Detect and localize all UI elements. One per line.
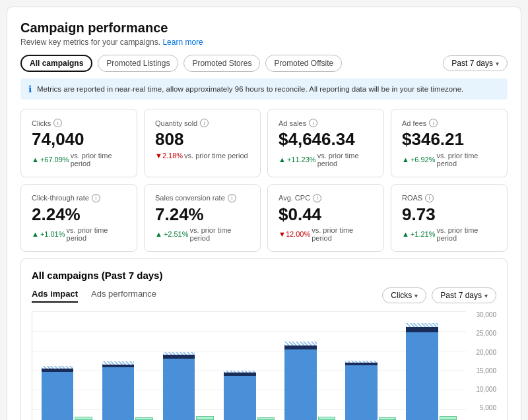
metric-ad-fees: Ad fees i $346.21 ▲+6.92% vs. prior time…: [391, 109, 508, 177]
bar-group: Oct 20: [342, 311, 400, 420]
info-icon: ℹ: [28, 84, 32, 94]
cpc-info-icon[interactable]: i: [313, 194, 321, 202]
filter-promoted-offsite[interactable]: Promoted Offsite: [265, 55, 342, 72]
bar-organic: [379, 417, 396, 420]
bars-area: Oct 15Oct 16Oct 17Oct 18Oct 19Oct 20Oct …: [32, 311, 466, 420]
salesconv-info-icon[interactable]: i: [228, 194, 236, 202]
salesconv-value: 7.24%: [155, 205, 249, 224]
clicks-change: ▲+67.09% vs. prior time period: [32, 152, 126, 167]
bar-promoted-listings: [284, 349, 316, 420]
qty-change: ▼2.18% vs. prior time period: [155, 152, 249, 160]
metric-avg-cpc: Avg. CPC i $0.44 ▼12.00% vs. prior time …: [267, 184, 384, 253]
adfees-change: ▲+6.92% vs. prior time period: [402, 152, 496, 167]
filter-all-campaigns[interactable]: All campaigns: [20, 55, 92, 72]
clicks-value: 74,040: [32, 130, 126, 149]
bar-organic: [135, 417, 152, 420]
bar-promoted-listings: [102, 367, 134, 420]
metric-quantity-sold: Quantity sold i 808 ▼2.18% vs. prior tim…: [144, 109, 261, 177]
bar-organic: [257, 417, 275, 420]
chart-title: All campaigns (Past 7 days): [32, 270, 496, 281]
filter-options: All campaigns Promoted Listings Promoted…: [20, 55, 342, 72]
bar-group: Oct 18: [220, 311, 278, 420]
qty-value: 808: [155, 130, 249, 149]
chart-date-chevron-icon: ▾: [484, 292, 488, 299]
metric-chevron-icon: ▾: [414, 292, 418, 299]
bar-organic: [75, 417, 92, 420]
qty-info-icon[interactable]: i: [200, 119, 209, 127]
salesconv-change: ▲+2.51% vs. prior time period: [155, 226, 249, 242]
ctr-info-icon[interactable]: i: [92, 194, 100, 202]
bar-organic: [440, 416, 457, 420]
filter-bar: All campaigns Promoted Listings Promoted…: [20, 55, 508, 72]
bar-group: Oct 21: [403, 311, 461, 420]
metric-ctr: Click-through rate i 2.24% ▲+1.01% vs. p…: [20, 184, 137, 253]
bar-organic: [318, 417, 335, 420]
bar-promoted-stores: [406, 327, 438, 332]
subtitle: Review key metrics for your campaigns. L…: [20, 38, 508, 47]
clicks-info-icon[interactable]: i: [53, 119, 62, 127]
metric-sales-conv: Sales conversion rate i 7.24% ▲+2.51% vs…: [144, 184, 261, 253]
chevron-down-icon: ▾: [496, 60, 499, 67]
tab-ads-performance[interactable]: Ads performance: [91, 289, 156, 303]
roas-value: 9.73: [402, 205, 496, 224]
bar-promoted-listings: [224, 376, 255, 420]
tab-ads-impact[interactable]: Ads impact: [32, 289, 78, 303]
chart-tabs: Ads impact Ads performance Clicks ▾ Past…: [32, 287, 496, 303]
filter-promoted-stores[interactable]: Promoted Stores: [183, 55, 260, 72]
roas-info-icon[interactable]: i: [425, 194, 434, 202]
chart-date-button[interactable]: Past 7 days ▾: [432, 287, 496, 303]
metric-ad-sales: Ad sales i $4,646.34 ▲+11.23% vs. prior …: [267, 109, 384, 177]
ctr-value: 2.24%: [32, 205, 126, 224]
bar-promoted-listings: [406, 332, 438, 420]
metric-roas: ROAS i 9.73 ▲+1.21% vs. prior time perio…: [391, 184, 508, 253]
bar-group: Oct 19: [281, 311, 339, 420]
bar-promoted-listings: [345, 365, 377, 420]
main-container: Campaign performance Review key metrics …: [7, 7, 521, 420]
adsales-info-icon[interactable]: i: [309, 119, 317, 127]
chart-section: All campaigns (Past 7 days) Ads impact A…: [20, 258, 508, 420]
bar-group: Oct 17: [159, 311, 217, 420]
ctr-change: ▲+1.01% vs. prior time period: [32, 226, 126, 242]
cpc-change: ▼12.00% vs. prior time period: [279, 226, 373, 242]
y-axis: 30,000 25,000 20,000 15,000 10,000 5,000…: [466, 311, 496, 420]
date-range-button[interactable]: Past 7 days ▾: [443, 55, 508, 71]
cpc-value: $0.44: [279, 205, 373, 224]
bar-group: Oct 16: [98, 311, 156, 420]
bar-group: Oct 15: [38, 311, 96, 420]
adfees-info-icon[interactable]: i: [429, 119, 438, 127]
bar-organic: [196, 416, 213, 420]
learn-more-link[interactable]: Learn more: [162, 38, 203, 47]
roas-change: ▲+1.21% vs. prior time period: [402, 226, 496, 242]
chart-area: Oct 15Oct 16Oct 17Oct 18Oct 19Oct 20Oct …: [32, 311, 496, 420]
adsales-change: ▲+11.23% vs. prior time period: [279, 152, 373, 167]
bar-promoted-listings: [42, 372, 73, 420]
adsales-value: $4,646.34: [279, 130, 373, 149]
info-bar: ℹ Metrics are reported in near-real time…: [20, 78, 508, 100]
metrics-row-2: Click-through rate i 2.24% ▲+1.01% vs. p…: [20, 184, 508, 253]
metric-selector-button[interactable]: Clicks ▾: [382, 287, 426, 303]
filter-promoted-listings[interactable]: Promoted Listings: [98, 55, 178, 72]
page-title: Campaign performance: [20, 20, 508, 36]
bar-promoted-listings: [163, 359, 195, 420]
metric-clicks: Clicks i 74,040 ▲+67.09% vs. prior time …: [20, 109, 137, 177]
metrics-row-1: Clicks i 74,040 ▲+67.09% vs. prior time …: [20, 109, 508, 177]
adfees-value: $346.21: [402, 130, 496, 149]
